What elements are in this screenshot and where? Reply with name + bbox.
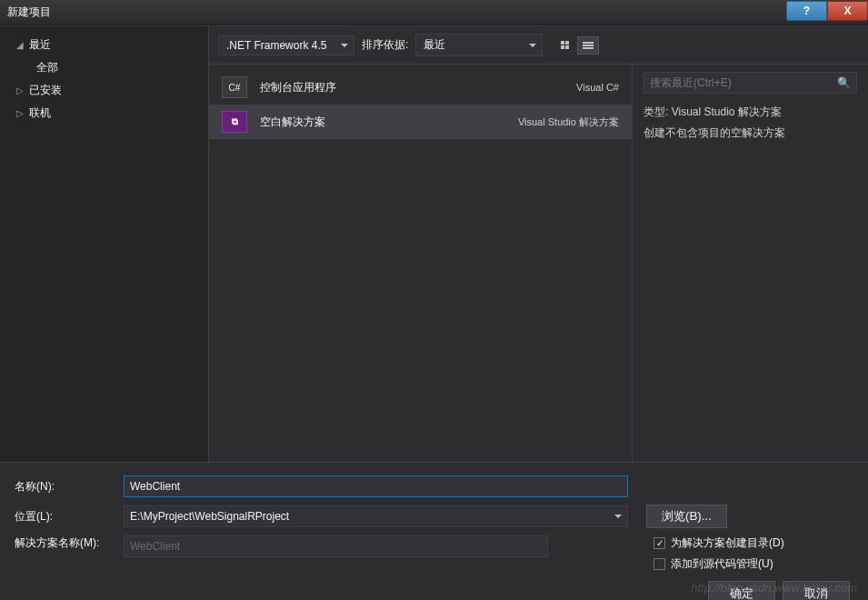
template-lang: Visual C# (576, 82, 619, 93)
view-medium-icons-button[interactable] (554, 36, 575, 55)
tree-item-online[interactable]: ▷ 联机 (0, 102, 208, 125)
sort-dropdown[interactable]: 最近 (415, 34, 543, 56)
search-input[interactable] (650, 76, 837, 89)
framework-dropdown[interactable]: .NET Framework 4.5 (218, 35, 354, 55)
type-value: Visual Studio 解决方案 (672, 105, 782, 118)
search-icon: 🔍 (837, 76, 851, 89)
template-list: C# 控制台应用程序 Visual C# ⧉ 空白解决方案 Visual Stu… (209, 65, 632, 462)
name-label: 名称(N): (15, 479, 115, 495)
template-toolbar: .NET Framework 4.5 排序依据: 最近 (209, 26, 868, 65)
name-input[interactable] (124, 475, 628, 497)
tree-item-all[interactable]: 全部 (0, 56, 208, 79)
sort-label: 排序依据: (362, 37, 408, 53)
window-title: 新建项目 (0, 5, 51, 20)
details-panel: 🔍 类型: Visual Studio 解决方案 创建不包含项目的空解决方案 (632, 65, 868, 462)
dialog-content: ◢ 最近 全部 ▷ 已安装 ▷ 联机 .NET Framework 4.5 排序… (0, 25, 868, 462)
template-item-console[interactable]: C# 控制台应用程序 Visual C# (209, 70, 632, 105)
checkbox-icon (653, 558, 665, 570)
location-dropdown[interactable]: E:\MyProject\WebSignalRProject (124, 505, 628, 527)
ok-button[interactable]: 确定 (708, 581, 775, 600)
tree-item-recent[interactable]: ◢ 最近 (0, 34, 208, 56)
vs-solution-icon: ⧉ (222, 111, 247, 133)
template-item-blank-solution[interactable]: ⧉ 空白解决方案 Visual Studio 解决方案 (209, 105, 632, 139)
category-sidebar: ◢ 最近 全部 ▷ 已安装 ▷ 联机 (0, 26, 209, 462)
tree-item-installed[interactable]: ▷ 已安装 (0, 79, 208, 102)
list-area: C# 控制台应用程序 Visual C# ⧉ 空白解决方案 Visual Stu… (209, 65, 868, 462)
list-icon (583, 42, 594, 49)
template-name: 空白解决方案 (260, 115, 505, 130)
create-dir-checkbox[interactable]: ✓ 为解决方案创建目录(D) (653, 535, 853, 551)
close-button[interactable]: X (827, 1, 868, 21)
cancel-button[interactable]: 取消 (783, 581, 850, 600)
location-label: 位置(L): (15, 509, 115, 525)
grid-icon (561, 41, 569, 49)
caret-down-icon: ◢ (16, 40, 24, 50)
browse-button[interactable]: 浏览(B)... (646, 505, 727, 528)
type-label: 类型: (644, 105, 668, 118)
caret-right-icon: ▷ (16, 85, 24, 95)
template-lang: Visual Studio 解决方案 (518, 115, 619, 129)
form-area: 名称(N): 位置(L): E:\MyProject\WebSignalRPro… (0, 462, 868, 600)
solution-name-input (124, 535, 548, 557)
caret-right-icon: ▷ (16, 108, 24, 118)
solution-name-label: 解决方案名称(M): (15, 535, 115, 551)
template-name: 控制台应用程序 (260, 80, 564, 95)
help-button[interactable]: ? (786, 1, 827, 21)
title-bar: 新建项目 ? X (0, 0, 868, 25)
checkbox-checked-icon: ✓ (653, 537, 665, 549)
search-box[interactable]: 🔍 (644, 72, 857, 94)
view-list-button[interactable] (577, 36, 599, 55)
main-panel: .NET Framework 4.5 排序依据: 最近 C# 控制台应用程序 (209, 26, 868, 462)
console-icon: C# (222, 76, 247, 98)
description-text: 创建不包含项目的空解决方案 (644, 125, 857, 141)
add-scm-checkbox[interactable]: 添加到源代码管理(U) (653, 556, 853, 572)
